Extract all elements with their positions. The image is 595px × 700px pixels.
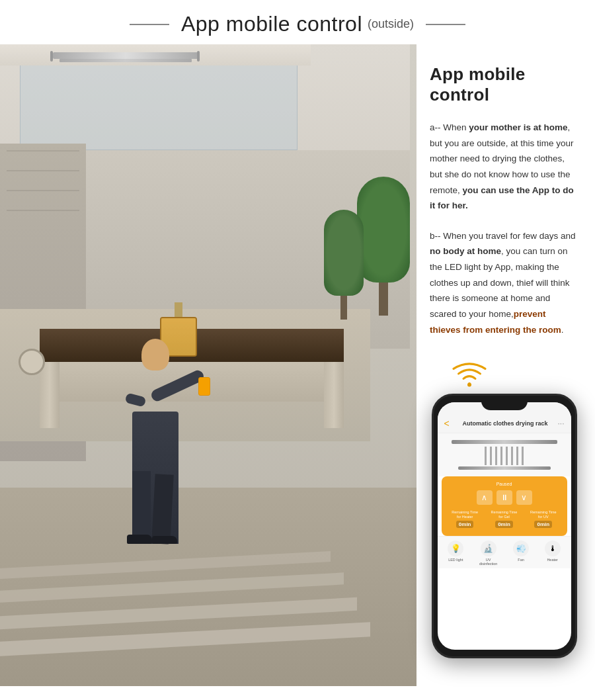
- clock: [19, 349, 45, 375]
- rack-bar-7: [516, 447, 518, 465]
- para-b-prefix: b-- When you travel for few days and: [430, 231, 576, 241]
- timer-gel-label: Remaining Timefor Gel: [491, 510, 518, 519]
- person-silhouette: [119, 339, 192, 544]
- right-panel: App mobile control a-- When your mother …: [416, 44, 595, 686]
- timer-heater-value: 0min: [456, 521, 474, 528]
- phone-back-arrow: <: [444, 418, 450, 429]
- rack-bar-8: [522, 447, 524, 465]
- phone-timer-gel: Remaining Timefor Gel 0min: [491, 510, 518, 528]
- rack-bar-1: [485, 447, 487, 465]
- fan-icon: 💨: [513, 541, 529, 556]
- phone-icon-fan[interactable]: 💨 Fan: [513, 541, 529, 566]
- tree-right: [357, 177, 410, 309]
- col-line-1: [7, 150, 79, 152]
- paragraph-a: a-- When your mother is at home, but you…: [430, 120, 578, 214]
- led-label: LED light: [448, 558, 463, 562]
- scene-image: [0, 44, 416, 686]
- phone-up-btn[interactable]: ∧: [477, 490, 493, 505]
- header-line-right: [426, 24, 465, 25]
- pillar-right: [324, 362, 344, 428]
- phone-icon-led[interactable]: 💡 LED light: [448, 541, 463, 566]
- rack-arm-left: [50, 51, 53, 62]
- uv-label: UVdisinfection: [479, 558, 498, 566]
- col-line-2: [7, 170, 79, 171]
- phone-menu-dots: ···: [557, 419, 564, 428]
- panel-heading: App mobile control: [430, 64, 578, 105]
- phone-notch: [481, 396, 528, 410]
- phone-icon-heater[interactable]: 🌡 Heater: [545, 541, 561, 566]
- timer-gel-value: 0min: [495, 521, 513, 528]
- phone-pause-btn[interactable]: ⏸: [496, 490, 512, 505]
- phone-screen: < Automatic clothes drying rack ···: [438, 402, 571, 650]
- header-line-left: [130, 24, 169, 25]
- para-a-prefix: a-- When: [430, 122, 469, 132]
- para-b-end: .: [561, 325, 564, 335]
- pillar-left: [40, 362, 60, 428]
- phone-mockup: < Automatic clothes drying rack ···: [432, 394, 577, 658]
- paragraph-b: b-- When you travel for few days and no …: [430, 228, 578, 337]
- para-a-middle: , but you are outside, at this time your…: [430, 122, 574, 195]
- tree-right2: [324, 210, 364, 316]
- phone-status: Paused: [446, 482, 563, 486]
- phone-timer-uv: Remaining Timefor UV 0min: [530, 510, 557, 528]
- timer-heater-label: Remaining Timefor Heater: [452, 510, 478, 519]
- phone-timer-row: Remaining Timefor Heater 0min Remaining …: [446, 510, 563, 528]
- balcony-glass: [20, 64, 298, 150]
- phone-rack-area: [438, 433, 571, 476]
- phone-icon-uv[interactable]: 🔬 UVdisinfection: [479, 541, 498, 566]
- wifi-icon: [450, 359, 489, 388]
- page-title-sub: (outside): [368, 17, 414, 31]
- col-line-4: [7, 210, 79, 211]
- timer-uv-label: Remaining Timefor UV: [530, 510, 557, 519]
- svg-point-0: [467, 383, 471, 387]
- phone-app-title: Automatic clothes drying rack: [453, 420, 558, 427]
- heater-icon: 🌡: [545, 541, 561, 556]
- phone-yellow-area: Paused ∧ ⏸ ∨ Remaining Timefor Heater 0m…: [442, 476, 567, 536]
- phone-bottom-icons: 💡 LED light 🔬 UVdisinfection 💨 Fan 🌡 Hea…: [438, 536, 571, 568]
- heater-label: Heater: [547, 558, 558, 562]
- rack-bottom-bar: [458, 466, 551, 470]
- rack-bar-3: [495, 447, 497, 465]
- page-header: App mobile control (outside): [0, 0, 595, 44]
- col-line-3: [7, 190, 79, 191]
- led-icon: 💡: [448, 541, 463, 556]
- wifi-icon-container: [450, 359, 489, 388]
- rack-bars-container: [485, 447, 524, 465]
- rack-bar-5: [506, 447, 508, 465]
- phone-controls: ∧ ⏸ ∨: [446, 490, 563, 505]
- para-b-middle: , you can turn on the LED light by App, …: [430, 246, 570, 319]
- rack-top-bar: [452, 440, 557, 444]
- timer-uv-value: 0min: [534, 521, 552, 528]
- para-a-bold1: your mother is at home: [469, 122, 567, 132]
- main-content: App mobile control a-- When your mother …: [0, 44, 595, 686]
- phone-down-btn[interactable]: ∨: [516, 490, 532, 505]
- drying-rack-middle: [60, 59, 192, 62]
- para-b-bold1: no body at home: [430, 246, 501, 256]
- rack-bar-6: [511, 447, 513, 465]
- fan-label: Fan: [518, 558, 524, 562]
- page-title-main: App mobile control: [181, 12, 362, 36]
- phone-timer-heater: Remaining Timefor Heater 0min: [452, 510, 478, 528]
- rack-bar-2: [490, 447, 492, 465]
- uv-icon: 🔬: [481, 541, 496, 556]
- drying-rack-top: [53, 52, 198, 59]
- rack-arm-right: [197, 51, 200, 62]
- rack-bar-4: [500, 447, 502, 465]
